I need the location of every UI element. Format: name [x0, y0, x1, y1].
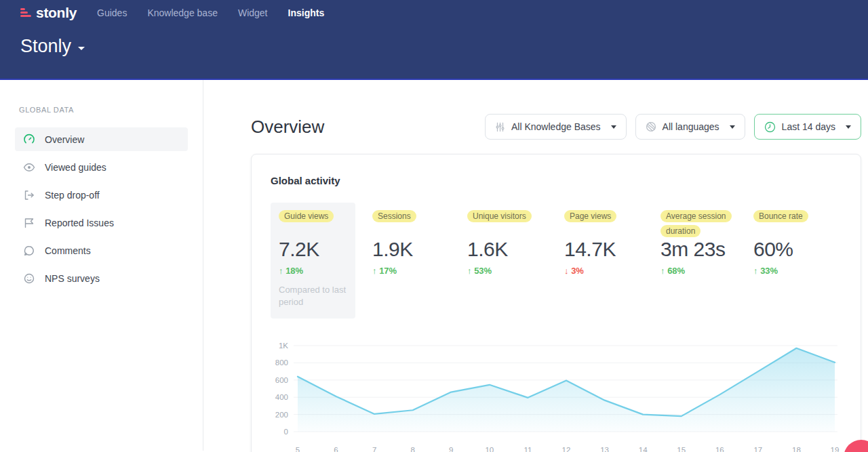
sidebar: GLOBAL DATA Overview Viewed guides	[0, 80, 203, 451]
metric-label: Bounce rate	[753, 210, 808, 222]
chevron-down-icon	[78, 47, 85, 50]
metric-avg-session-duration[interactable]: Average session duration 3m 23s ↑ 68%	[660, 203, 753, 276]
x-axis-label: 12	[562, 446, 571, 452]
clock-icon	[764, 121, 776, 133]
top-navbar: stonly Guides Knowledge base Widget Insi…	[0, 0, 868, 25]
y-axis-label: 400	[275, 393, 288, 401]
nav-item-knowledge-base[interactable]: Knowledge base	[147, 7, 218, 18]
metric-label: Unique visitors	[467, 210, 532, 222]
metric-value: 1.6K	[467, 238, 564, 261]
metric-value: 1.9K	[372, 238, 467, 261]
sidebar-item-label: Overview	[45, 134, 84, 145]
app-header: stonly Guides Knowledge base Widget Insi…	[0, 0, 868, 80]
metric-change: ↑ 68%	[660, 266, 753, 276]
y-axis-label: 1K	[279, 342, 288, 350]
smiley-icon	[23, 272, 35, 285]
nav-item-insights[interactable]: Insights	[288, 7, 325, 18]
x-axis-label: 11	[524, 446, 532, 452]
x-axis-label: 5	[296, 446, 300, 452]
chevron-down-icon	[730, 125, 735, 129]
metric-label: Average session duration	[660, 210, 732, 237]
stonly-logo[interactable]: stonly	[20, 5, 77, 21]
flag-icon	[23, 217, 35, 229]
x-axis-label: 6	[334, 446, 338, 452]
activity-area-chart: 02004006008001K5678910111213141516171819	[271, 337, 842, 452]
metric-label: Sessions	[372, 210, 416, 222]
x-axis-label: 10	[485, 446, 494, 452]
metric-change: ↑ 17%	[372, 266, 467, 276]
metric-page-views[interactable]: Page views 14.7K ↓ 3%	[564, 203, 660, 276]
sidebar-item-viewed-guides[interactable]: Viewed guides	[15, 155, 188, 179]
arrow-up-icon: ↑	[467, 266, 472, 276]
page-title: Overview	[251, 117, 324, 138]
comment-icon	[23, 245, 35, 257]
globe-icon	[646, 121, 656, 132]
x-axis-label: 15	[677, 446, 686, 452]
nav-item-widget[interactable]: Widget	[238, 7, 268, 18]
main-nav: Guides Knowledge base Widget Insights	[97, 7, 324, 18]
arrow-up-icon: ↑	[660, 266, 665, 276]
y-axis-label: 600	[275, 376, 288, 384]
x-axis-label: 18	[792, 446, 801, 452]
metric-unique-visitors[interactable]: Unique visitors 1.6K ↑ 53%	[467, 203, 564, 276]
chart-area-fill	[298, 348, 835, 432]
metric-selected-tile: Guide views 7.2K ↑ 18% Compared to last …	[271, 203, 355, 319]
gauge-icon	[23, 133, 35, 146]
metric-sessions[interactable]: Sessions 1.9K ↑ 17%	[372, 203, 467, 276]
main-content: Overview All Knowledge Bases	[203, 80, 868, 451]
sidebar-item-reported-issues[interactable]: Reported Issues	[15, 211, 188, 234]
x-axis-label: 7	[372, 446, 376, 452]
sidebar-item-label: Comments	[45, 245, 91, 256]
sidebar-section-label: GLOBAL DATA	[19, 106, 188, 114]
y-axis-label: 200	[275, 411, 288, 419]
arrow-up-icon: ↑	[753, 266, 758, 276]
metric-guide-views[interactable]: Guide views 7.2K ↑ 18% Compared to last …	[271, 203, 372, 319]
metrics-row: Guide views 7.2K ↑ 18% Compared to last …	[271, 203, 842, 319]
global-activity-card: Global activity Guide views 7.2K ↑ 18% C…	[251, 154, 861, 452]
x-axis-label: 14	[639, 446, 648, 452]
sidebar-item-overview[interactable]: Overview	[15, 127, 188, 151]
x-axis-label: 13	[600, 446, 609, 452]
metric-change: ↑ 18%	[279, 266, 347, 276]
y-axis-label: 0	[284, 428, 288, 436]
arrow-up-icon: ↑	[279, 266, 283, 276]
sidebar-item-label: Viewed guides	[45, 162, 106, 173]
metric-value: 14.7K	[564, 238, 660, 261]
metric-value: 60%	[753, 238, 833, 261]
card-title: Global activity	[271, 175, 842, 186]
metric-value: 3m 23s	[660, 238, 753, 261]
chevron-down-icon	[846, 125, 851, 129]
sidebar-item-step-drop-off[interactable]: Step drop-off	[15, 183, 188, 207]
sidebar-item-comments[interactable]: Comments	[15, 239, 188, 262]
workspace-title[interactable]: Stonly	[20, 36, 71, 57]
workspace-selector[interactable]: Stonly	[0, 25, 868, 57]
filter-label: Last 14 days	[782, 121, 835, 132]
sliders-icon	[495, 122, 505, 132]
date-range-filter[interactable]: Last 14 days	[754, 114, 861, 140]
metric-bounce-rate[interactable]: Bounce rate 60% ↑ 33%	[753, 203, 833, 276]
metric-note: Compared to last period	[279, 284, 347, 308]
step-exit-icon	[23, 189, 35, 201]
stonly-logo-text: stonly	[36, 5, 77, 21]
sidebar-item-label: NPS surveys	[45, 273, 100, 284]
metric-change: ↓ 3%	[564, 266, 660, 276]
y-axis-label: 800	[275, 358, 288, 367]
sidebar-item-nps-surveys[interactable]: NPS surveys	[15, 266, 188, 290]
x-axis-label: 16	[715, 446, 724, 452]
metric-value: 7.2K	[279, 238, 347, 261]
eye-icon	[23, 161, 35, 173]
x-axis-label: 8	[411, 446, 415, 452]
filter-label: All languages	[663, 121, 719, 132]
knowledge-bases-filter[interactable]: All Knowledge Bases	[485, 114, 627, 140]
metric-change: ↑ 33%	[753, 266, 833, 276]
arrow-down-icon: ↓	[564, 266, 569, 276]
languages-filter[interactable]: All languages	[635, 114, 745, 140]
x-axis-label: 19	[831, 446, 840, 452]
stonly-logo-icon	[20, 8, 31, 17]
sidebar-item-label: Step drop-off	[45, 190, 100, 201]
filters-bar: All Knowledge Bases All languages	[485, 114, 861, 140]
x-axis-label: 9	[449, 446, 453, 452]
sidebar-item-label: Reported Issues	[45, 218, 114, 228]
nav-item-guides[interactable]: Guides	[97, 7, 127, 18]
metric-label: Guide views	[279, 210, 334, 222]
